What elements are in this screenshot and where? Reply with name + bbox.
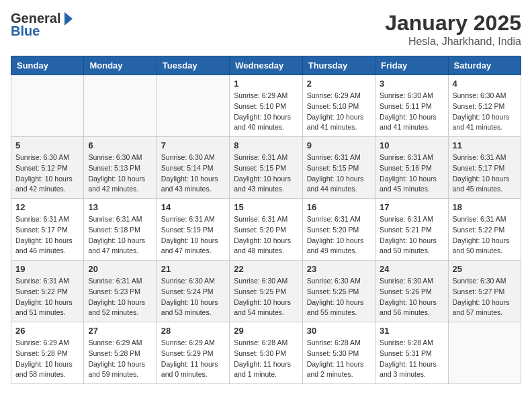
weekday-header-thursday: Thursday: [302, 56, 375, 75]
calendar-header-row: SundayMondayTuesdayWednesdayThursdayFrid…: [11, 56, 521, 75]
calendar-day-cell: 24Sunrise: 6:30 AM Sunset: 5:26 PM Dayli…: [375, 261, 448, 322]
calendar-day-cell: 2Sunrise: 6:29 AM Sunset: 5:10 PM Daylig…: [302, 75, 375, 137]
weekday-header-friday: Friday: [375, 56, 448, 75]
day-info: Sunrise: 6:29 AM Sunset: 5:10 PM Dayligh…: [234, 91, 298, 133]
day-info: Sunrise: 6:30 AM Sunset: 5:11 PM Dayligh…: [380, 91, 443, 133]
day-number: 8: [234, 140, 298, 150]
calendar-week-row: 1Sunrise: 6:29 AM Sunset: 5:10 PM Daylig…: [11, 75, 521, 137]
calendar-week-row: 26Sunrise: 6:29 AM Sunset: 5:28 PM Dayli…: [11, 322, 521, 384]
day-number: 26: [15, 326, 79, 336]
day-info: Sunrise: 6:30 AM Sunset: 5:13 PM Dayligh…: [88, 152, 152, 195]
calendar-day-cell: 11Sunrise: 6:31 AM Sunset: 5:17 PM Dayli…: [448, 137, 521, 199]
calendar-day-cell: 7Sunrise: 6:30 AM Sunset: 5:14 PM Daylig…: [157, 137, 229, 199]
calendar-day-cell: 19Sunrise: 6:31 AM Sunset: 5:22 PM Dayli…: [11, 261, 84, 322]
day-info: Sunrise: 6:30 AM Sunset: 5:24 PM Dayligh…: [161, 276, 225, 318]
day-info: Sunrise: 6:30 AM Sunset: 5:27 PM Dayligh…: [453, 276, 517, 318]
calendar-day-cell: 16Sunrise: 6:31 AM Sunset: 5:20 PM Dayli…: [302, 199, 375, 261]
day-info: Sunrise: 6:29 AM Sunset: 5:28 PM Dayligh…: [15, 338, 79, 380]
day-number: 5: [15, 140, 79, 150]
calendar-day-cell: 3Sunrise: 6:30 AM Sunset: 5:11 PM Daylig…: [375, 75, 448, 137]
calendar-day-cell: 1Sunrise: 6:29 AM Sunset: 5:10 PM Daylig…: [230, 75, 302, 137]
day-info: Sunrise: 6:31 AM Sunset: 5:15 PM Dayligh…: [234, 152, 298, 195]
weekday-header-tuesday: Tuesday: [157, 56, 229, 75]
day-info: Sunrise: 6:28 AM Sunset: 5:30 PM Dayligh…: [234, 338, 298, 380]
day-info: Sunrise: 6:31 AM Sunset: 5:18 PM Dayligh…: [88, 214, 152, 257]
day-number: 25: [453, 264, 517, 274]
day-info: Sunrise: 6:31 AM Sunset: 5:16 PM Dayligh…: [380, 152, 443, 195]
calendar-week-row: 19Sunrise: 6:31 AM Sunset: 5:22 PM Dayli…: [11, 261, 521, 322]
weekday-header-saturday: Saturday: [448, 56, 521, 75]
calendar-day-cell: 23Sunrise: 6:30 AM Sunset: 5:25 PM Dayli…: [302, 261, 375, 322]
day-number: 18: [453, 202, 517, 212]
page-header: General Blue January 2025 Hesla, Jharkha…: [11, 11, 521, 48]
day-info: Sunrise: 6:30 AM Sunset: 5:25 PM Dayligh…: [234, 276, 298, 318]
calendar-day-cell: 15Sunrise: 6:31 AM Sunset: 5:20 PM Dayli…: [230, 199, 302, 261]
day-number: 6: [88, 140, 152, 150]
calendar-week-row: 5Sunrise: 6:30 AM Sunset: 5:12 PM Daylig…: [11, 137, 521, 199]
calendar-day-cell: 18Sunrise: 6:31 AM Sunset: 5:22 PM Dayli…: [448, 199, 521, 261]
day-info: Sunrise: 6:29 AM Sunset: 5:28 PM Dayligh…: [88, 338, 152, 380]
day-number: 21: [161, 264, 225, 274]
day-number: 3: [380, 79, 443, 89]
calendar-day-cell: 26Sunrise: 6:29 AM Sunset: 5:28 PM Dayli…: [11, 322, 84, 384]
calendar-day-cell: [448, 322, 521, 384]
calendar-day-cell: [157, 75, 229, 137]
calendar-week-row: 12Sunrise: 6:31 AM Sunset: 5:17 PM Dayli…: [11, 199, 521, 261]
day-number: 1: [234, 79, 298, 89]
day-info: Sunrise: 6:31 AM Sunset: 5:15 PM Dayligh…: [307, 152, 371, 195]
calendar-day-cell: 28Sunrise: 6:29 AM Sunset: 5:29 PM Dayli…: [157, 322, 229, 384]
logo-blue-text: Blue: [11, 24, 40, 39]
day-number: 30: [307, 326, 371, 336]
weekday-header-monday: Monday: [84, 56, 157, 75]
calendar-day-cell: 12Sunrise: 6:31 AM Sunset: 5:17 PM Dayli…: [11, 199, 84, 261]
day-info: Sunrise: 6:28 AM Sunset: 5:30 PM Dayligh…: [307, 338, 371, 380]
calendar-day-cell: 27Sunrise: 6:29 AM Sunset: 5:28 PM Dayli…: [84, 322, 157, 384]
day-number: 29: [234, 326, 298, 336]
calendar-day-cell: 31Sunrise: 6:28 AM Sunset: 5:31 PM Dayli…: [375, 322, 448, 384]
day-info: Sunrise: 6:31 AM Sunset: 5:20 PM Dayligh…: [234, 214, 298, 257]
day-info: Sunrise: 6:31 AM Sunset: 5:19 PM Dayligh…: [161, 214, 225, 257]
day-number: 28: [161, 326, 225, 336]
day-number: 2: [307, 79, 371, 89]
day-info: Sunrise: 6:31 AM Sunset: 5:17 PM Dayligh…: [15, 214, 79, 257]
day-number: 10: [380, 140, 443, 150]
day-number: 4: [453, 79, 517, 89]
day-info: Sunrise: 6:31 AM Sunset: 5:21 PM Dayligh…: [380, 214, 443, 257]
logo-arrow-icon: [64, 12, 73, 26]
day-number: 11: [453, 140, 517, 150]
calendar-day-cell: 13Sunrise: 6:31 AM Sunset: 5:18 PM Dayli…: [84, 199, 157, 261]
day-number: 14: [161, 202, 225, 212]
month-title: January 2025: [385, 11, 521, 36]
day-info: Sunrise: 6:31 AM Sunset: 5:22 PM Dayligh…: [15, 276, 79, 318]
calendar-table: SundayMondayTuesdayWednesdayThursdayFrid…: [11, 56, 521, 384]
weekday-header-wednesday: Wednesday: [230, 56, 302, 75]
calendar-day-cell: 10Sunrise: 6:31 AM Sunset: 5:16 PM Dayli…: [375, 137, 448, 199]
day-info: Sunrise: 6:28 AM Sunset: 5:31 PM Dayligh…: [380, 338, 443, 380]
day-info: Sunrise: 6:31 AM Sunset: 5:22 PM Dayligh…: [453, 214, 517, 257]
day-number: 16: [307, 202, 371, 212]
day-number: 17: [380, 202, 443, 212]
day-number: 31: [380, 326, 443, 336]
calendar-day-cell: 22Sunrise: 6:30 AM Sunset: 5:25 PM Dayli…: [230, 261, 302, 322]
day-number: 15: [234, 202, 298, 212]
calendar-day-cell: 21Sunrise: 6:30 AM Sunset: 5:24 PM Dayli…: [157, 261, 229, 322]
calendar-day-cell: 6Sunrise: 6:30 AM Sunset: 5:13 PM Daylig…: [84, 137, 157, 199]
calendar-day-cell: 29Sunrise: 6:28 AM Sunset: 5:30 PM Dayli…: [230, 322, 302, 384]
calendar-day-cell: [84, 75, 157, 137]
day-info: Sunrise: 6:30 AM Sunset: 5:25 PM Dayligh…: [307, 276, 371, 318]
day-number: 19: [15, 264, 79, 274]
calendar-day-cell: 14Sunrise: 6:31 AM Sunset: 5:19 PM Dayli…: [157, 199, 229, 261]
day-info: Sunrise: 6:30 AM Sunset: 5:14 PM Dayligh…: [161, 152, 225, 195]
day-info: Sunrise: 6:29 AM Sunset: 5:29 PM Dayligh…: [161, 338, 225, 380]
day-info: Sunrise: 6:30 AM Sunset: 5:12 PM Dayligh…: [453, 91, 517, 133]
day-info: Sunrise: 6:30 AM Sunset: 5:26 PM Dayligh…: [380, 276, 443, 318]
calendar-day-cell: 30Sunrise: 6:28 AM Sunset: 5:30 PM Dayli…: [302, 322, 375, 384]
calendar-day-cell: 9Sunrise: 6:31 AM Sunset: 5:15 PM Daylig…: [302, 137, 375, 199]
day-number: 27: [88, 326, 152, 336]
day-number: 23: [307, 264, 371, 274]
calendar-day-cell: 20Sunrise: 6:31 AM Sunset: 5:23 PM Dayli…: [84, 261, 157, 322]
day-number: 20: [88, 264, 152, 274]
day-info: Sunrise: 6:29 AM Sunset: 5:10 PM Dayligh…: [307, 91, 371, 133]
day-info: Sunrise: 6:31 AM Sunset: 5:17 PM Dayligh…: [453, 152, 517, 195]
logo: General Blue: [11, 11, 74, 39]
